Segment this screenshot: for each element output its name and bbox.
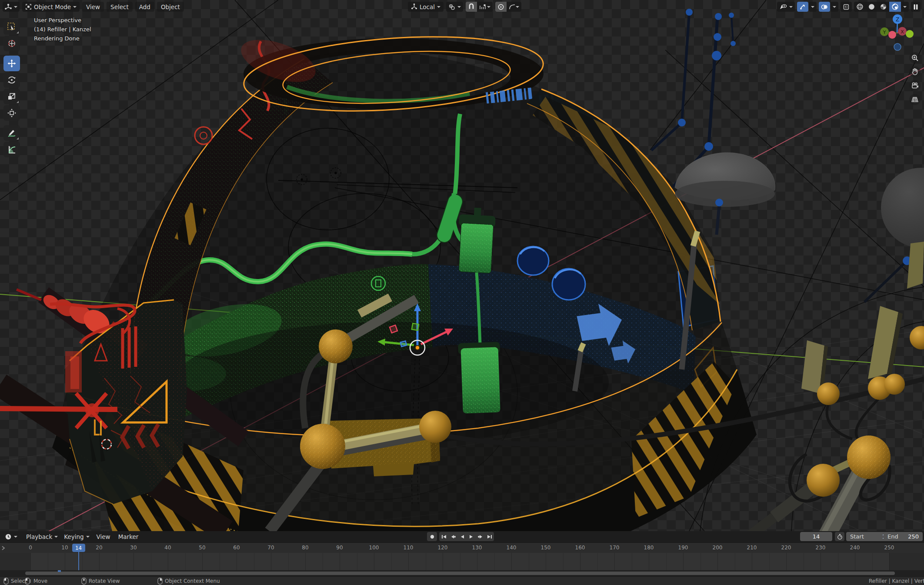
material-sphere-icon [880,3,887,10]
pan-button[interactable] [909,66,921,77]
tool-annotate[interactable] [3,125,20,141]
ruler-frame-label: 210 [747,545,757,551]
viewport-header-center: Local [408,2,521,12]
ruler-frame-label: 160 [575,545,585,551]
viewport-nav-buttons [909,52,921,105]
gizmo-axis-z-neg[interactable] [894,43,901,50]
playhead[interactable] [78,550,79,570]
snap-toggle[interactable] [466,2,477,12]
shading-solid-button[interactable] [866,2,877,12]
timeline-view-menu[interactable]: View [93,532,114,542]
xray-toggle[interactable] [841,2,852,12]
status-bar: Select Move Rotate View Object Context M… [0,576,924,585]
current-frame-field[interactable]: 14 [800,532,832,541]
ruler-frame-label: 150 [541,545,551,551]
timeline-editor[interactable]: Playback Keying View Marker 14 Start 1 [0,531,924,576]
overlays-settings-dropdown[interactable] [831,2,838,12]
orientation-label: Local [420,3,435,10]
timeline-editor-type-button[interactable] [3,532,20,542]
proportional-circle-icon [497,3,504,10]
gizmo-arrow-icon [799,3,806,10]
end-value: 250 [908,533,919,540]
mouse-left-icon [3,578,9,585]
menu-select[interactable]: Select [107,2,133,12]
expand-panel-icon[interactable] [1,545,5,551]
timeline-marker-menu[interactable]: Marker [114,532,143,542]
snapping-group [466,2,493,12]
chevron-down-icon [14,536,17,538]
ruler-frame-label: 30 [130,545,137,551]
ruler-frame-label: 180 [644,545,654,551]
scale-tool-icon [7,92,17,101]
mouse-middle-icon [81,578,87,585]
chevron-down-icon [73,6,77,8]
pause-icon [913,4,918,10]
editor-type-button[interactable] [3,2,20,12]
previous-keyframe-button[interactable] [448,532,457,541]
pause-button[interactable] [911,2,921,12]
ruler-frame-label: 10 [61,545,68,551]
timeline-ruler[interactable]: 0102030405060708090100110120130140150160… [0,543,924,553]
menu-object[interactable]: Object [157,2,184,12]
play-reverse-button[interactable] [457,532,467,541]
use-preview-range-button[interactable] [835,532,844,541]
record-icon [430,535,434,539]
timeline-tracks[interactable] [0,553,924,570]
transform-orientation-dropdown[interactable]: Local [408,2,444,12]
tool-move[interactable] [3,56,20,71]
timeline-scrollbar[interactable] [0,570,924,576]
camera-view-button[interactable] [909,80,921,91]
show-gizmo-toggle[interactable] [797,2,808,12]
auto-key-button[interactable] [427,532,437,541]
toggle-perspective-button[interactable] [909,94,921,105]
show-overlays-toggle[interactable] [819,2,830,12]
shading-rendered-button[interactable] [889,2,901,12]
play-button[interactable] [467,532,476,541]
shading-material-button[interactable] [877,2,889,12]
tool-rotate[interactable] [3,72,20,88]
snap-settings-dropdown[interactable] [477,2,493,12]
navigation-gizmo[interactable]: Z X Y [876,12,920,56]
tool-cursor[interactable] [3,36,20,51]
object-visibility-dropdown[interactable] [777,2,795,12]
hint-rotate-view: Rotate View [81,577,120,585]
playback-menu[interactable]: Playback [23,532,61,542]
select-box-icon [7,22,17,32]
orientation-icon [411,3,417,10]
proportional-falloff-dropdown[interactable] [507,2,521,12]
hint-context-menu: Object Context Menu [157,577,220,585]
wireframe-sphere-icon [856,3,864,10]
pivot-point-dropdown[interactable] [446,2,463,12]
ruler-frame-label: 200 [713,545,723,551]
gizmo-axis-y-neg[interactable] [906,30,914,38]
chevron-down-icon [54,536,58,538]
ruler-frame-label: 120 [438,545,448,551]
shading-wireframe-button[interactable] [854,2,866,12]
tool-transform[interactable] [3,105,20,121]
ruler-frame-label: 40 [164,545,171,551]
gizmo-settings-dropdown[interactable] [809,2,817,12]
frame-start-field[interactable]: Start 1 [846,532,890,541]
mode-label: Object Mode [34,3,71,10]
tool-scale[interactable] [3,89,20,104]
frame-end-field[interactable]: End 250 [884,532,923,541]
tool-measure[interactable] [3,142,20,157]
mode-selector[interactable]: Object Mode [22,2,80,12]
zoom-button[interactable] [909,52,921,63]
menu-add[interactable]: Add [135,2,154,12]
keying-menu[interactable]: Keying [61,532,92,542]
next-keyframe-button[interactable] [476,532,485,541]
shading-settings-dropdown[interactable] [901,2,909,12]
3d-viewport[interactable]: Object Mode View Select Add Object Local [0,0,924,531]
menu-view[interactable]: View [82,2,104,12]
gizmo-axis-x-neg[interactable] [888,31,896,39]
jump-to-end-button[interactable] [485,532,494,541]
chevron-down-icon [437,6,440,8]
view-name-text: User Perspective [34,16,91,25]
tool-select-box[interactable] [3,19,20,35]
chevron-down-icon [457,6,461,8]
jump-to-start-button[interactable] [439,532,448,541]
scrollbar-handle[interactable] [25,572,895,575]
proportional-edit-group [495,2,521,12]
proportional-edit-toggle[interactable] [495,2,507,12]
